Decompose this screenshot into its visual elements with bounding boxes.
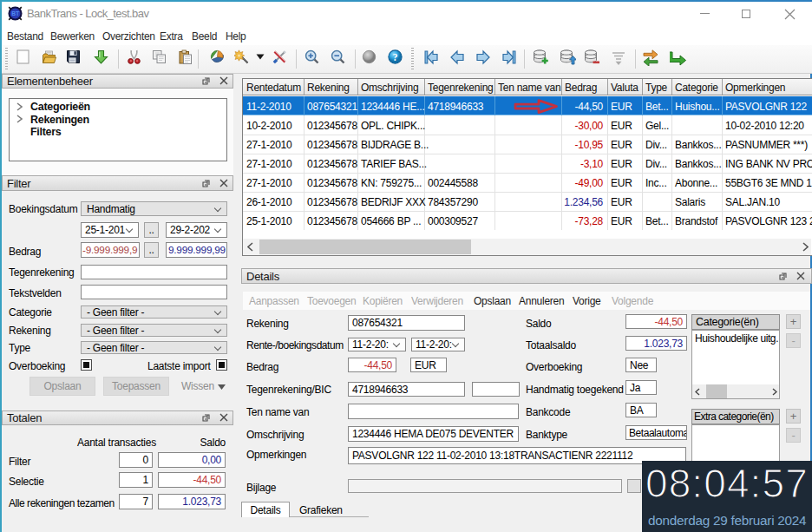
- svg-text:donderdag 29 februari 2024: donderdag 29 februari 2024: [648, 513, 807, 528]
- svg-text:08:04:57: 08:04:57: [645, 461, 809, 506]
- svg-text:?: ?: [393, 52, 398, 62]
- svg-text:BT: BT: [11, 10, 20, 16]
